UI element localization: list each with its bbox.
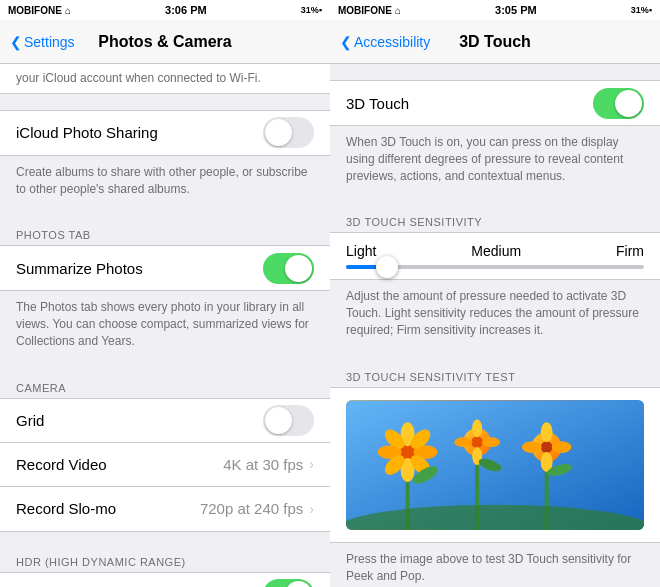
right-spacer-3 [330,347,660,363]
sensitivity-container: Light Medium Firm [330,232,660,280]
slider-thumb[interactable] [376,256,398,278]
icloud-toggle-knob [265,119,292,146]
record-slomo-value: 720p at 240 fps [200,500,303,517]
record-slomo-chevron: › [309,501,314,517]
grid-row: Grid [0,399,330,443]
summarize-toggle-knob [285,255,312,282]
right-back-chevron: ❮ [340,34,352,50]
sensitivity-firm: Firm [616,243,644,259]
svg-point-21 [541,441,553,453]
photos-tab-section-label: PHOTOS TAB [0,221,330,245]
sensitivity-light: Light [346,243,376,259]
record-video-row[interactable]: Record Video 4K at 30 fps › [0,443,330,487]
sensitivity-desc: Adjust the amount of pressure needed to … [330,280,660,346]
grid-label: Grid [16,412,263,429]
icloud-photo-sharing-label: iCloud Photo Sharing [16,124,263,141]
right-spacer-2 [330,192,660,208]
left-back-chevron: ❮ [10,34,22,50]
left-status-left: MOBIFONE ⌂ [8,5,71,16]
camera-group: Grid Record Video 4K at 30 fps › Record … [0,398,330,532]
right-nav-bar: ❮ Accessibility 3D Touch [330,20,660,64]
left-nav-bar: ❮ Settings Photos & Camera [0,20,330,64]
grid-toggle[interactable] [263,405,314,436]
left-back-label: Settings [24,34,75,50]
touch-image-container [330,387,660,543]
test-section-label: 3D TOUCH SENSITIVITY TEST [330,363,660,387]
left-battery-icon: 31%▪ [301,5,322,15]
hdr-section-label: HDR (HIGH DYNAMIC RANGE) [0,548,330,572]
record-video-chevron: › [309,456,314,472]
left-spacer-4 [0,532,330,548]
svg-point-16 [472,419,482,437]
left-back-button[interactable]: ❮ Settings [10,34,75,50]
svg-point-19 [482,437,500,447]
touch3d-toggle-knob [615,90,642,117]
right-time: 3:05 PM [495,4,537,16]
left-carrier: MOBIFONE [8,5,62,16]
svg-point-24 [522,441,542,453]
right-status-right: 31%▪ [631,5,652,15]
summarize-photos-label: Summarize Photos [16,260,263,277]
svg-point-22 [541,422,553,442]
sensitivity-medium: Medium [471,243,521,259]
touch3d-desc: When 3D Touch is on, you can press on th… [330,126,660,192]
icloud-photo-sharing-toggle[interactable] [263,117,314,148]
right-spacer-1 [330,64,660,80]
record-video-label: Record Video [16,456,223,473]
icloud-photo-sharing-desc: Create albums to share with other people… [0,156,330,206]
svg-point-15 [471,436,483,448]
record-video-value: 4K at 30 fps [223,456,303,473]
left-icloud-group: iCloud Photo Sharing [0,110,330,156]
touch3d-toggle[interactable] [593,88,644,119]
keep-normal-photo-row: Keep Normal Photo [0,573,330,587]
record-slomo-label: Record Slo-mo [16,500,200,517]
left-time: 3:06 PM [165,4,207,16]
left-status-right: 31%▪ [301,5,322,15]
keep-normal-toggle-knob [285,581,312,587]
keep-normal-photo-toggle[interactable] [263,579,314,587]
camera-section-label: CAMERA [0,374,330,398]
touch-test-svg [346,400,644,530]
right-battery-icon: 31%▪ [631,5,652,15]
record-slomo-row[interactable]: Record Slo-mo 720p at 240 fps › [0,487,330,531]
svg-point-25 [552,441,572,453]
slider-track[interactable] [346,265,644,269]
touch3d-label: 3D Touch [346,95,593,112]
left-spacer-2 [0,205,330,221]
svg-point-18 [454,437,472,447]
touch3d-row: 3D Touch [330,81,660,125]
left-nav-title: Photos & Camera [98,33,231,51]
right-status-bar: MOBIFONE ⌂ 3:05 PM 31%▪ [330,0,660,20]
right-wifi-icon: ⌂ [395,5,401,16]
left-status-bar: MOBIFONE ⌂ 3:06 PM 31%▪ [0,0,330,20]
right-nav-title: 3D Touch [459,33,531,51]
left-panel: MOBIFONE ⌂ 3:06 PM 31%▪ ❮ Settings Photo… [0,0,330,587]
left-spacer-1 [0,94,330,110]
right-status-left: MOBIFONE ⌂ [338,5,401,16]
icloud-photo-sharing-row: iCloud Photo Sharing [0,111,330,155]
grid-toggle-knob [265,407,292,434]
right-carrier: MOBIFONE [338,5,392,16]
right-content: 3D Touch When 3D Touch is on, you can pr… [330,64,660,587]
left-partial-top-text: your iCloud account when connected to Wi… [0,64,330,94]
left-content: your iCloud account when connected to Wi… [0,64,330,587]
sensitivity-section-label: 3D TOUCH SENSITIVITY [330,208,660,232]
left-spacer-3 [0,358,330,374]
left-wifi-icon: ⌂ [65,5,71,16]
right-back-button[interactable]: ❮ Accessibility [340,34,430,50]
right-panel: MOBIFONE ⌂ 3:05 PM 31%▪ ❮ Accessibility … [330,0,660,587]
summarize-group: Summarize Photos [0,245,330,291]
right-back-label: Accessibility [354,34,430,50]
summarize-photos-row: Summarize Photos [0,246,330,290]
summarize-photos-toggle[interactable] [263,253,314,284]
touch3d-group: 3D Touch [330,80,660,126]
summarize-photos-desc: The Photos tab shows every photo in your… [0,291,330,357]
hdr-group: Keep Normal Photo [0,572,330,587]
touch-test-image[interactable] [346,400,644,530]
test-desc: Press the image above to test 3D Touch s… [330,543,660,587]
